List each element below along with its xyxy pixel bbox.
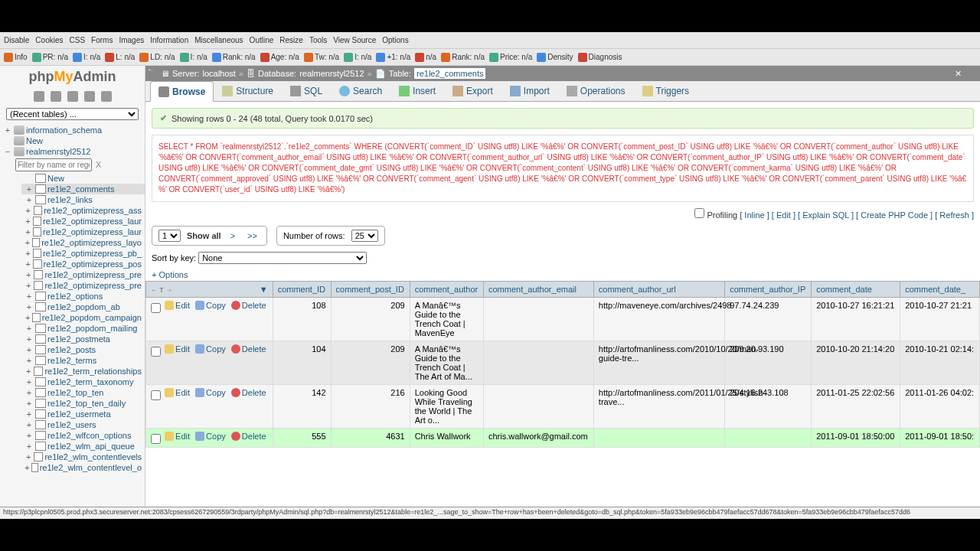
bc-server-link[interactable]: localhost [202, 69, 235, 78]
create-php-link[interactable]: Create PHP Code [861, 210, 928, 220]
tree-table-re1le2_term_taxonomy[interactable]: +re1le2_term_taxonomy [21, 377, 145, 387]
col-actions[interactable]: ← T → ▼ [146, 282, 273, 298]
tab-structure[interactable]: Structure [214, 81, 282, 101]
tree-new-db[interactable]: New [0, 135, 145, 146]
tree-table-re1le2_popdom_ab[interactable]: +re1le2_popdom_ab [21, 302, 145, 312]
tb1-viewsrc[interactable]: View Source [333, 36, 376, 44]
tree-table-re1le2_wlm_api_queue[interactable]: +re1le2_wlm_api_queue [21, 441, 145, 452]
seo-item-14[interactable]: Density [537, 53, 573, 62]
tree-table-re1le2_wlm_contentlevel_o[interactable]: +re1le2_wlm_contentlevel_o [21, 462, 145, 473]
tree-table-re1le2_optimizepress_pos[interactable]: +re1le2_optimizepress_pos [21, 259, 145, 269]
tree-table-re1le2_top_ten_daily[interactable]: +re1le2_top_ten_daily [21, 398, 145, 409]
tree-table-re1le2_comments[interactable]: +re1le2_comments [21, 184, 145, 194]
explain-link[interactable]: Explain SQL [802, 210, 849, 220]
seo-item-3[interactable]: L: n/a [105, 53, 135, 62]
delete-link[interactable]: Delete [231, 432, 266, 441]
col-comment_author[interactable]: comment_author [410, 282, 483, 298]
delete-link[interactable]: Delete [231, 388, 266, 397]
tree-table-re1le2_options[interactable]: +re1le2_options [21, 291, 145, 302]
tree-table-re1le2_optimizepress_pre[interactable]: +re1le2_optimizepress_pre [21, 269, 145, 280]
seo-item-8[interactable]: Tw: n/a [304, 53, 339, 62]
seo-item-2[interactable]: I: n/a [73, 53, 100, 62]
tree-table-re1le2_posts[interactable]: +re1le2_posts [21, 344, 145, 355]
tree-table-re1le2_optimizepress_pb_[interactable]: +re1le2_optimizepress_pb_ [21, 248, 145, 259]
seo-item-13[interactable]: Price: n/a [489, 53, 532, 62]
show-all-link[interactable]: Show all [187, 231, 221, 240]
seo-item-5[interactable]: I: n/a [180, 53, 207, 62]
copy-link[interactable]: Copy [195, 432, 226, 441]
seo-item-12[interactable]: Rank: n/a [441, 53, 485, 62]
sql-icon[interactable] [84, 91, 95, 102]
delete-link[interactable]: Delete [231, 344, 266, 354]
logout-icon[interactable] [51, 91, 61, 102]
seo-item-7[interactable]: Age: n/a [260, 53, 299, 62]
copy-link[interactable]: Copy [195, 301, 226, 310]
next-page[interactable]: > [227, 231, 238, 240]
edit-sql-link[interactable]: Edit [776, 210, 791, 220]
col-comment_post_ID[interactable]: comment_post_ID [331, 282, 410, 298]
home-icon[interactable] [34, 91, 44, 102]
seo-item-6[interactable]: Rank: n/a [212, 53, 256, 62]
edit-link[interactable]: Edit [165, 344, 190, 354]
tree-table-re1le2_optimizepress_laur[interactable]: +re1le2_optimizepress_laur [21, 216, 145, 227]
tree-table-re1le2_optimizepress_layo[interactable]: +re1le2_optimizepress_layo [21, 237, 145, 248]
close-icon[interactable]: ✕ [952, 69, 965, 79]
delete-link[interactable]: Delete [231, 301, 266, 310]
tb1-images[interactable]: Images [119, 36, 144, 44]
copy-link[interactable]: Copy [195, 344, 226, 354]
tree-db-realmenrstyl[interactable]: − realmenrstyl2512 [0, 146, 145, 157]
tree-table-re1le2_wlm_contentlevels[interactable]: +re1le2_wlm_contentlevels [21, 452, 145, 462]
row-checkbox[interactable] [151, 347, 161, 357]
seo-item-9[interactable]: I: n/a [344, 53, 371, 62]
tree-table-re1le2_optimizepress_laur[interactable]: +re1le2_optimizepress_laur [21, 227, 145, 237]
row-checkbox[interactable] [151, 434, 161, 444]
seo-item-4[interactable]: LD: n/a [139, 53, 175, 62]
edit-link[interactable]: Edit [165, 388, 190, 397]
tab-triggers[interactable]: Triggers [634, 81, 698, 101]
tree-table-re1le2_optimizepress_ass[interactable]: +re1le2_optimizepress_ass [21, 205, 145, 216]
col-comment_ID[interactable]: comment_ID [273, 282, 331, 298]
tb1-disable[interactable]: Disable [4, 36, 29, 44]
tab-browse[interactable]: Browse [150, 81, 214, 102]
col-comment_author_email[interactable]: comment_author_email [483, 282, 593, 298]
collapse-sidebar[interactable]: ← [145, 66, 156, 78]
tree-db-information-schema[interactable]: + information_schema [0, 125, 145, 135]
bc-db-link[interactable]: realmenrstyl2512 [299, 69, 364, 78]
reload-icon[interactable] [101, 91, 112, 102]
tree-table-re1le2_users[interactable]: +re1le2_users [21, 419, 145, 430]
col-comment_date[interactable]: comment_date [812, 282, 900, 298]
filter-input[interactable] [15, 158, 92, 171]
seo-item-10[interactable]: +1: n/a [376, 53, 410, 62]
options-toggle[interactable]: + Options [152, 270, 974, 279]
inline-link[interactable]: Inline [744, 210, 764, 220]
row-checkbox[interactable] [151, 390, 161, 400]
seo-item-15[interactable]: Diagnosis [578, 53, 622, 62]
tree-filter[interactable]: X [15, 158, 129, 171]
tab-sql[interactable]: SQL [282, 81, 331, 101]
tree-new-table[interactable]: New [21, 173, 145, 184]
tree-table-re1le2_popdom_campaign[interactable]: +re1le2_popdom_campaign [21, 312, 145, 323]
copy-link[interactable]: Copy [195, 388, 226, 397]
tree-table-re1le2_term_relationships[interactable]: +re1le2_term_relationships [21, 366, 145, 377]
tab-search[interactable]: Search [331, 81, 390, 101]
tb1-misc[interactable]: Miscellaneous [194, 36, 243, 44]
tree-table-re1le2_links[interactable]: +re1le2_links [21, 194, 145, 205]
tree-table-re1le2_postmeta[interactable]: +re1le2_postmeta [21, 334, 145, 344]
edit-link[interactable]: Edit [165, 432, 190, 441]
col-comment_date_[interactable]: comment_date_ [900, 282, 980, 298]
tree-table-re1le2_terms[interactable]: +re1le2_terms [21, 355, 145, 366]
last-page[interactable]: >> [244, 231, 260, 240]
tree-table-re1le2_optimizepress_pre[interactable]: +re1le2_optimizepress_pre [21, 280, 145, 291]
tb1-info[interactable]: Information [150, 36, 188, 44]
seo-item-1[interactable]: PR: n/a [32, 53, 68, 62]
tb1-resize[interactable]: Resize [279, 36, 303, 44]
tb1-css[interactable]: CSS [70, 36, 86, 44]
recent-tables[interactable]: (Recent tables) ... [6, 108, 139, 120]
tab-insert[interactable]: Insert [390, 81, 444, 101]
page-select[interactable]: 1 [158, 230, 181, 242]
tb1-forms[interactable]: Forms [91, 36, 113, 44]
tree-table-re1le2_wlfcon_options[interactable]: +re1le2_wlfcon_options [21, 430, 145, 441]
tab-import[interactable]: Import [501, 81, 558, 101]
sort-key-select[interactable]: None [198, 252, 367, 264]
seo-item-11[interactable]: n/a [415, 53, 436, 62]
